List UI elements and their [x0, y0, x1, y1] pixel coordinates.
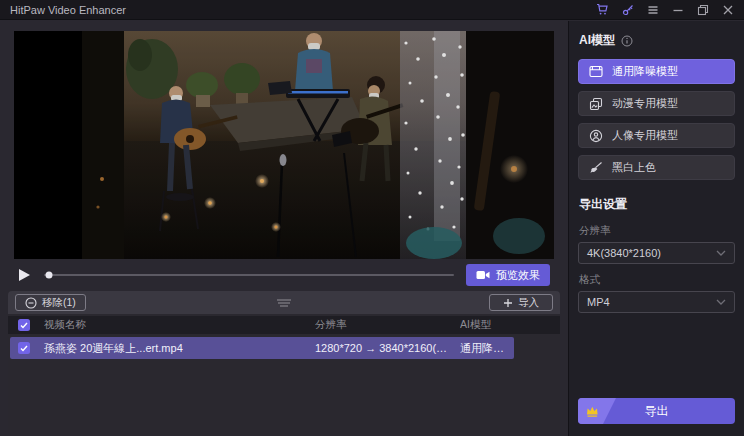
row-checkbox[interactable]	[18, 342, 30, 354]
key-icon[interactable]	[622, 4, 634, 16]
chevron-down-icon	[716, 299, 726, 305]
menu-icon[interactable]	[647, 4, 659, 16]
model-button-colorize[interactable]: 黑白上色	[578, 155, 735, 180]
model-label: 动漫专用模型	[612, 96, 678, 111]
info-icon[interactable]	[621, 35, 633, 47]
titlebar: HitPaw Video Enhancer	[0, 0, 744, 20]
portrait-icon	[589, 129, 603, 143]
export-settings-title: 导出设置	[579, 196, 734, 213]
preview-effect-label: 预览效果	[496, 268, 540, 283]
remove-button-label: 移除(1)	[42, 296, 76, 310]
file-row[interactable]: 孫燕姿 20週年線上...ert.mp4 1280*720 → 3840*216…	[10, 337, 514, 359]
model-label: 人像专用模型	[612, 128, 678, 143]
brush-icon	[589, 161, 603, 175]
file-table-header: 视频名称 分辨率 AI模型	[8, 316, 560, 334]
format-label: 格式	[579, 273, 734, 287]
frame-icon	[589, 65, 603, 78]
import-button-label: 导入	[518, 296, 539, 310]
main-area: 预览效果 移除(1)	[0, 21, 568, 436]
player-controls: 预览效果	[14, 259, 554, 291]
model-label: 通用降噪模型	[612, 64, 678, 79]
resolution-label: 分辨率	[579, 224, 734, 238]
file-panel-toolbar: 移除(1) 导入	[8, 291, 560, 314]
video-preview	[14, 31, 554, 259]
import-button[interactable]: 导入	[489, 294, 553, 311]
video-frame-art	[14, 31, 554, 259]
model-button-anime[interactable]: 动漫专用模型	[578, 91, 735, 116]
file-name: 孫燕姿 20週年線上...ert.mp4	[44, 341, 315, 356]
restore-icon[interactable]	[697, 4, 709, 16]
ai-model-title: AI模型	[579, 32, 615, 49]
format-select[interactable]: MP4	[578, 291, 735, 313]
images-icon	[589, 97, 603, 111]
video-camera-icon	[476, 269, 490, 281]
column-ai-model: AI模型	[460, 318, 560, 332]
ai-model-header: AI模型	[579, 32, 734, 49]
collapse-handle-icon[interactable]	[276, 298, 292, 307]
model-button-portrait[interactable]: 人像专用模型	[578, 123, 735, 148]
select-all-checkbox[interactable]	[18, 319, 30, 331]
file-resolution: 1280*720 → 3840*2160(300%)	[315, 342, 460, 354]
export-button-label: 导出	[645, 403, 669, 420]
resolution-select[interactable]: 4K(3840*2160)	[578, 242, 735, 264]
sidebar: AI模型 通用降噪模型 动漫专用模型 人像专用模型	[568, 21, 744, 436]
chevron-down-icon	[716, 250, 726, 256]
file-model: 通用降噪模型	[460, 341, 514, 356]
remove-button[interactable]: 移除(1)	[15, 294, 86, 311]
progress-slider[interactable]	[44, 274, 454, 276]
slider-handle[interactable]	[45, 272, 52, 279]
file-panel: 移除(1) 导入 视频名称 分	[8, 291, 560, 435]
cart-icon[interactable]	[596, 3, 609, 16]
format-value: MP4	[587, 296, 610, 308]
resolution-value: 4K(3840*2160)	[587, 247, 661, 259]
model-button-general-denoise[interactable]: 通用降噪模型	[578, 59, 735, 84]
hitpaw-video-enhancer-window: { "titlebar": { "title": "HitPaw Video E…	[0, 0, 744, 436]
crown-icon	[585, 405, 600, 418]
remove-circle-icon	[25, 297, 37, 309]
export-button[interactable]: 导出	[578, 398, 735, 424]
minimize-icon[interactable]	[672, 4, 684, 16]
play-icon[interactable]	[18, 268, 32, 282]
column-video-name: 视频名称	[44, 318, 315, 332]
model-label: 黑白上色	[612, 160, 656, 175]
column-resolution: 分辨率	[315, 318, 460, 332]
window-controls	[596, 3, 734, 16]
preview-effect-button[interactable]: 预览效果	[466, 264, 550, 286]
app-body: 预览效果 移除(1)	[0, 21, 744, 436]
plus-icon	[503, 298, 513, 308]
close-icon[interactable]	[722, 4, 734, 16]
premium-badge	[578, 398, 618, 424]
app-title: HitPaw Video Enhancer	[10, 4, 126, 16]
